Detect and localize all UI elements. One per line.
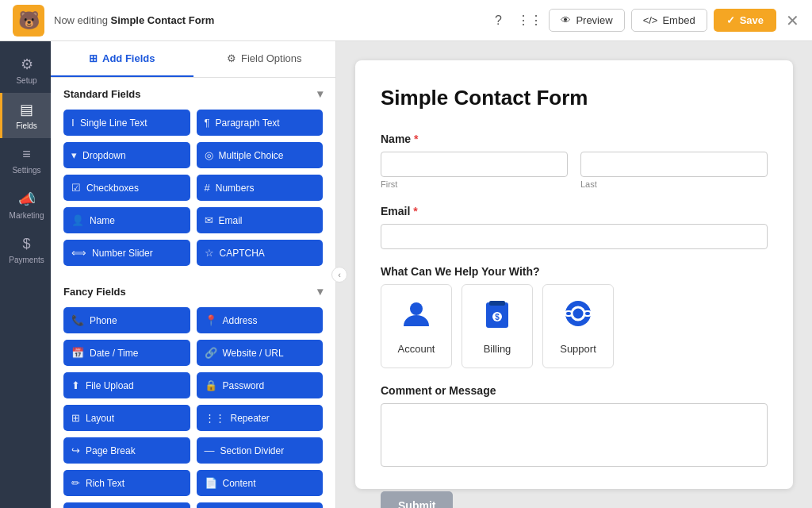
eye-icon: 👁 bbox=[561, 14, 571, 26]
preview-button[interactable]: 👁 Preview bbox=[549, 9, 624, 32]
app-logo: 🐻 bbox=[13, 5, 44, 37]
panel-collapse-handle[interactable]: ‹ bbox=[331, 267, 347, 283]
form-preview: Simple Contact Form Name * First Last bbox=[336, 41, 812, 508]
first-name-wrap: First bbox=[381, 152, 568, 189]
phone-icon: 📞 bbox=[71, 314, 84, 326]
password-icon: 🔒 bbox=[205, 379, 217, 391]
field-btn-repeater[interactable]: ⋮⋮ Repeater bbox=[197, 405, 324, 431]
single-text-icon: Ⅰ bbox=[71, 117, 75, 129]
fields-icon: ▤ bbox=[20, 101, 33, 118]
email-required: * bbox=[413, 205, 417, 217]
email-label: Email * bbox=[381, 205, 768, 217]
fancy-fields-grid: 📞 Phone 📍 Address 📅 Date / Time 🔗 Websit… bbox=[51, 304, 335, 508]
sidebar-item-settings[interactable]: ≡ Settings bbox=[0, 138, 51, 183]
svg-rect-2 bbox=[489, 301, 505, 306]
last-sub: Last bbox=[580, 179, 768, 189]
embed-button[interactable]: </> Embed bbox=[631, 9, 707, 32]
name-required: * bbox=[414, 133, 418, 145]
field-btn-paragraph-text[interactable]: ¶ Paragraph Text bbox=[197, 110, 324, 136]
sidebar-item-marketing[interactable]: 📣 Marketing bbox=[0, 183, 51, 228]
sidebar-item-label: Fields bbox=[16, 121, 37, 130]
divider-icon: — bbox=[205, 444, 215, 456]
account-label: Account bbox=[398, 343, 435, 355]
fields-panel: ⊞ Add Fields ⚙ Field Options Standard Fi… bbox=[51, 41, 336, 508]
sidebar-item-fields[interactable]: ▤ Fields bbox=[0, 93, 51, 138]
url-icon: 🔗 bbox=[205, 347, 217, 359]
fancy-fields-header: Fancy Fields ▾ bbox=[51, 275, 335, 304]
field-btn-single-line-text[interactable]: Ⅰ Single Line Text bbox=[63, 110, 190, 136]
payments-icon: $ bbox=[22, 236, 30, 252]
comment-label: Comment or Message bbox=[381, 384, 768, 397]
field-btn-layout[interactable]: ⊞ Layout bbox=[63, 405, 190, 431]
field-btn-entry-preview[interactable]: 📋 Entry Preview bbox=[197, 502, 324, 508]
field-btn-multiple-choice[interactable]: ◎ Multiple Choice bbox=[197, 142, 324, 168]
field-btn-rich-text[interactable]: ✏ Rich Text bbox=[63, 470, 190, 496]
email-field-group: Email * bbox=[381, 205, 768, 249]
tab-add-fields[interactable]: ⊞ Add Fields bbox=[51, 41, 193, 77]
choice-billing[interactable]: $ Billing bbox=[462, 284, 533, 368]
choice-account[interactable]: Account bbox=[381, 284, 452, 368]
field-btn-content[interactable]: 📄 Content bbox=[197, 470, 324, 496]
field-btn-email[interactable]: ✉ Email bbox=[197, 207, 324, 233]
support-icon bbox=[562, 298, 594, 337]
svg-rect-8 bbox=[584, 311, 591, 316]
field-btn-phone[interactable]: 📞 Phone bbox=[63, 307, 190, 333]
sidebar-item-payments[interactable]: $ Payments bbox=[0, 228, 51, 272]
field-btn-number-slider[interactable]: ⟺ Number Slider bbox=[63, 240, 190, 266]
email-input[interactable] bbox=[381, 224, 768, 249]
checkbox-icon: ☑ bbox=[71, 182, 81, 194]
first-name-input[interactable] bbox=[381, 152, 568, 177]
field-btn-page-break[interactable]: ↪ Page Break bbox=[63, 437, 190, 464]
form-title: Simple Contact Form bbox=[381, 86, 768, 110]
standard-fields-grid: Ⅰ Single Line Text ¶ Paragraph Text ▾ Dr… bbox=[51, 106, 335, 275]
add-fields-icon: ⊞ bbox=[89, 52, 98, 64]
field-btn-file-upload[interactable]: ⬆ File Upload bbox=[63, 372, 190, 398]
panel-tabs: ⊞ Add Fields ⚙ Field Options bbox=[51, 41, 335, 78]
choice-support[interactable]: Support bbox=[542, 284, 614, 368]
field-btn-address[interactable]: 📍 Address bbox=[197, 307, 324, 333]
last-name-input[interactable] bbox=[580, 152, 768, 177]
email-icon: ✉ bbox=[205, 214, 213, 226]
multiple-choice-icon: ◎ bbox=[205, 149, 213, 161]
settings-icon: ≡ bbox=[22, 146, 31, 163]
sidebar-item-setup[interactable]: ⚙ Setup bbox=[0, 48, 51, 93]
first-sub: First bbox=[381, 179, 568, 189]
field-btn-datetime[interactable]: 📅 Date / Time bbox=[63, 340, 190, 366]
code-icon: </> bbox=[643, 14, 658, 26]
comment-textarea[interactable] bbox=[381, 403, 768, 467]
field-btn-captcha[interactable]: ☆ CAPTCHA bbox=[197, 240, 324, 266]
billing-icon: $ bbox=[481, 298, 513, 337]
datetime-icon: 📅 bbox=[71, 347, 84, 359]
field-btn-dropdown[interactable]: ▾ Dropdown bbox=[63, 142, 190, 168]
tab-field-options[interactable]: ⚙ Field Options bbox=[193, 41, 336, 77]
content-icon: 📄 bbox=[205, 477, 217, 489]
svg-rect-7 bbox=[565, 311, 572, 316]
help-label: What Can We Help Your With? bbox=[381, 265, 768, 278]
grid-button[interactable]: ⋮⋮ bbox=[517, 8, 542, 33]
standard-chevron-icon[interactable]: ▾ bbox=[317, 87, 323, 100]
field-btn-html[interactable]: <> HTML bbox=[63, 502, 190, 508]
billing-label: Billing bbox=[484, 343, 511, 355]
submit-button[interactable]: Submit bbox=[381, 491, 453, 508]
field-btn-website[interactable]: 🔗 Website / URL bbox=[197, 340, 324, 366]
field-btn-checkboxes[interactable]: ☑ Checkboxes bbox=[63, 175, 190, 201]
save-button[interactable]: ✓ Save bbox=[714, 9, 776, 32]
name-field-group: Name * First Last bbox=[381, 133, 768, 189]
field-btn-section-divider[interactable]: — Section Divider bbox=[197, 437, 324, 464]
fancy-chevron-icon[interactable]: ▾ bbox=[317, 285, 323, 298]
field-btn-name[interactable]: 👤 Name bbox=[63, 207, 190, 233]
sidebar-item-label: Marketing bbox=[10, 211, 44, 220]
standard-fields-header: Standard Fields ▾ bbox=[51, 78, 335, 106]
field-btn-password[interactable]: 🔒 Password bbox=[197, 372, 324, 398]
close-button[interactable]: ✕ bbox=[786, 11, 799, 30]
field-btn-numbers[interactable]: # Numbers bbox=[197, 175, 324, 201]
svg-point-0 bbox=[410, 302, 423, 315]
help-button[interactable]: ? bbox=[485, 8, 511, 33]
layout-icon: ⊞ bbox=[71, 412, 80, 424]
editing-label: Now editing Simple Contact Form bbox=[54, 14, 476, 26]
captcha-icon: ☆ bbox=[205, 247, 214, 259]
page-break-icon: ↪ bbox=[71, 444, 80, 456]
fields-panel-wrapper: ⊞ Add Fields ⚙ Field Options Standard Fi… bbox=[51, 41, 336, 508]
sidebar-item-label: Settings bbox=[12, 166, 40, 175]
choice-row: Account $ Billing bbox=[381, 284, 768, 368]
